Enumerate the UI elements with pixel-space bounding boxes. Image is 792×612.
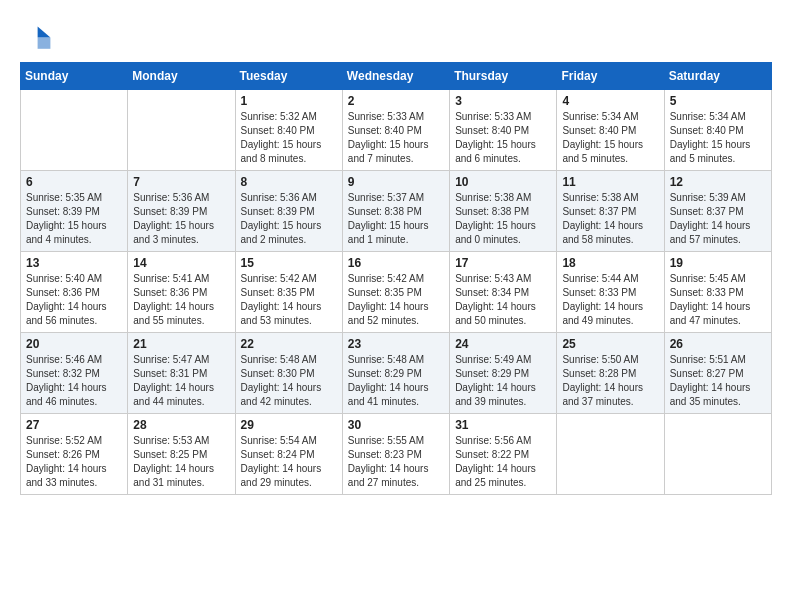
day-number: 8	[241, 175, 337, 189]
day-number: 21	[133, 337, 229, 351]
day-info: Sunrise: 5:42 AM Sunset: 8:35 PM Dayligh…	[348, 272, 444, 328]
day-info: Sunrise: 5:33 AM Sunset: 8:40 PM Dayligh…	[348, 110, 444, 166]
day-number: 22	[241, 337, 337, 351]
calendar-cell: 29Sunrise: 5:54 AM Sunset: 8:24 PM Dayli…	[235, 414, 342, 495]
day-info: Sunrise: 5:50 AM Sunset: 8:28 PM Dayligh…	[562, 353, 658, 409]
day-number: 3	[455, 94, 551, 108]
calendar-cell: 10Sunrise: 5:38 AM Sunset: 8:38 PM Dayli…	[450, 171, 557, 252]
day-number: 20	[26, 337, 122, 351]
day-info: Sunrise: 5:32 AM Sunset: 8:40 PM Dayligh…	[241, 110, 337, 166]
day-number: 6	[26, 175, 122, 189]
weekday-header-thursday: Thursday	[450, 63, 557, 90]
day-info: Sunrise: 5:37 AM Sunset: 8:38 PM Dayligh…	[348, 191, 444, 247]
calendar-cell: 27Sunrise: 5:52 AM Sunset: 8:26 PM Dayli…	[21, 414, 128, 495]
calendar-cell: 2Sunrise: 5:33 AM Sunset: 8:40 PM Daylig…	[342, 90, 449, 171]
day-number: 25	[562, 337, 658, 351]
day-number: 11	[562, 175, 658, 189]
day-info: Sunrise: 5:52 AM Sunset: 8:26 PM Dayligh…	[26, 434, 122, 490]
calendar-cell: 20Sunrise: 5:46 AM Sunset: 8:32 PM Dayli…	[21, 333, 128, 414]
page-header	[20, 20, 772, 52]
day-number: 28	[133, 418, 229, 432]
calendar-cell: 14Sunrise: 5:41 AM Sunset: 8:36 PM Dayli…	[128, 252, 235, 333]
day-info: Sunrise: 5:47 AM Sunset: 8:31 PM Dayligh…	[133, 353, 229, 409]
day-info: Sunrise: 5:54 AM Sunset: 8:24 PM Dayligh…	[241, 434, 337, 490]
week-row-1: 1Sunrise: 5:32 AM Sunset: 8:40 PM Daylig…	[21, 90, 772, 171]
day-number: 10	[455, 175, 551, 189]
calendar-cell: 31Sunrise: 5:56 AM Sunset: 8:22 PM Dayli…	[450, 414, 557, 495]
calendar-cell: 4Sunrise: 5:34 AM Sunset: 8:40 PM Daylig…	[557, 90, 664, 171]
day-number: 17	[455, 256, 551, 270]
day-number: 14	[133, 256, 229, 270]
day-number: 13	[26, 256, 122, 270]
day-info: Sunrise: 5:36 AM Sunset: 8:39 PM Dayligh…	[133, 191, 229, 247]
day-info: Sunrise: 5:41 AM Sunset: 8:36 PM Dayligh…	[133, 272, 229, 328]
calendar-cell: 1Sunrise: 5:32 AM Sunset: 8:40 PM Daylig…	[235, 90, 342, 171]
weekday-header-wednesday: Wednesday	[342, 63, 449, 90]
day-number: 27	[26, 418, 122, 432]
day-info: Sunrise: 5:33 AM Sunset: 8:40 PM Dayligh…	[455, 110, 551, 166]
week-row-4: 20Sunrise: 5:46 AM Sunset: 8:32 PM Dayli…	[21, 333, 772, 414]
calendar-cell: 28Sunrise: 5:53 AM Sunset: 8:25 PM Dayli…	[128, 414, 235, 495]
svg-marker-1	[38, 38, 51, 49]
calendar-cell	[557, 414, 664, 495]
calendar-cell: 15Sunrise: 5:42 AM Sunset: 8:35 PM Dayli…	[235, 252, 342, 333]
day-number: 19	[670, 256, 766, 270]
day-info: Sunrise: 5:38 AM Sunset: 8:37 PM Dayligh…	[562, 191, 658, 247]
calendar-cell: 7Sunrise: 5:36 AM Sunset: 8:39 PM Daylig…	[128, 171, 235, 252]
day-info: Sunrise: 5:39 AM Sunset: 8:37 PM Dayligh…	[670, 191, 766, 247]
day-number: 1	[241, 94, 337, 108]
day-number: 7	[133, 175, 229, 189]
day-info: Sunrise: 5:53 AM Sunset: 8:25 PM Dayligh…	[133, 434, 229, 490]
day-info: Sunrise: 5:49 AM Sunset: 8:29 PM Dayligh…	[455, 353, 551, 409]
calendar-cell: 5Sunrise: 5:34 AM Sunset: 8:40 PM Daylig…	[664, 90, 771, 171]
weekday-header-saturday: Saturday	[664, 63, 771, 90]
day-number: 29	[241, 418, 337, 432]
day-number: 5	[670, 94, 766, 108]
day-number: 12	[670, 175, 766, 189]
weekday-header-monday: Monday	[128, 63, 235, 90]
calendar-cell: 30Sunrise: 5:55 AM Sunset: 8:23 PM Dayli…	[342, 414, 449, 495]
week-row-3: 13Sunrise: 5:40 AM Sunset: 8:36 PM Dayli…	[21, 252, 772, 333]
weekday-header-row: SundayMondayTuesdayWednesdayThursdayFrid…	[21, 63, 772, 90]
calendar-cell	[128, 90, 235, 171]
day-info: Sunrise: 5:45 AM Sunset: 8:33 PM Dayligh…	[670, 272, 766, 328]
day-number: 9	[348, 175, 444, 189]
logo	[20, 20, 56, 52]
day-number: 4	[562, 94, 658, 108]
calendar-cell: 26Sunrise: 5:51 AM Sunset: 8:27 PM Dayli…	[664, 333, 771, 414]
day-number: 24	[455, 337, 551, 351]
calendar-cell: 22Sunrise: 5:48 AM Sunset: 8:30 PM Dayli…	[235, 333, 342, 414]
day-info: Sunrise: 5:36 AM Sunset: 8:39 PM Dayligh…	[241, 191, 337, 247]
day-info: Sunrise: 5:42 AM Sunset: 8:35 PM Dayligh…	[241, 272, 337, 328]
calendar-cell: 16Sunrise: 5:42 AM Sunset: 8:35 PM Dayli…	[342, 252, 449, 333]
calendar-cell: 8Sunrise: 5:36 AM Sunset: 8:39 PM Daylig…	[235, 171, 342, 252]
day-info: Sunrise: 5:40 AM Sunset: 8:36 PM Dayligh…	[26, 272, 122, 328]
day-info: Sunrise: 5:38 AM Sunset: 8:38 PM Dayligh…	[455, 191, 551, 247]
day-info: Sunrise: 5:46 AM Sunset: 8:32 PM Dayligh…	[26, 353, 122, 409]
calendar-cell: 9Sunrise: 5:37 AM Sunset: 8:38 PM Daylig…	[342, 171, 449, 252]
day-info: Sunrise: 5:51 AM Sunset: 8:27 PM Dayligh…	[670, 353, 766, 409]
day-info: Sunrise: 5:43 AM Sunset: 8:34 PM Dayligh…	[455, 272, 551, 328]
day-number: 26	[670, 337, 766, 351]
weekday-header-sunday: Sunday	[21, 63, 128, 90]
day-number: 15	[241, 256, 337, 270]
calendar-table: SundayMondayTuesdayWednesdayThursdayFrid…	[20, 62, 772, 495]
day-number: 16	[348, 256, 444, 270]
day-info: Sunrise: 5:44 AM Sunset: 8:33 PM Dayligh…	[562, 272, 658, 328]
calendar-cell: 19Sunrise: 5:45 AM Sunset: 8:33 PM Dayli…	[664, 252, 771, 333]
calendar-cell: 23Sunrise: 5:48 AM Sunset: 8:29 PM Dayli…	[342, 333, 449, 414]
calendar-cell: 17Sunrise: 5:43 AM Sunset: 8:34 PM Dayli…	[450, 252, 557, 333]
logo-icon	[20, 20, 52, 52]
calendar-cell: 13Sunrise: 5:40 AM Sunset: 8:36 PM Dayli…	[21, 252, 128, 333]
day-info: Sunrise: 5:55 AM Sunset: 8:23 PM Dayligh…	[348, 434, 444, 490]
day-info: Sunrise: 5:56 AM Sunset: 8:22 PM Dayligh…	[455, 434, 551, 490]
calendar-cell: 11Sunrise: 5:38 AM Sunset: 8:37 PM Dayli…	[557, 171, 664, 252]
day-info: Sunrise: 5:48 AM Sunset: 8:29 PM Dayligh…	[348, 353, 444, 409]
calendar-cell: 12Sunrise: 5:39 AM Sunset: 8:37 PM Dayli…	[664, 171, 771, 252]
weekday-header-tuesday: Tuesday	[235, 63, 342, 90]
day-number: 23	[348, 337, 444, 351]
calendar-cell: 21Sunrise: 5:47 AM Sunset: 8:31 PM Dayli…	[128, 333, 235, 414]
week-row-5: 27Sunrise: 5:52 AM Sunset: 8:26 PM Dayli…	[21, 414, 772, 495]
calendar-cell	[21, 90, 128, 171]
day-number: 30	[348, 418, 444, 432]
